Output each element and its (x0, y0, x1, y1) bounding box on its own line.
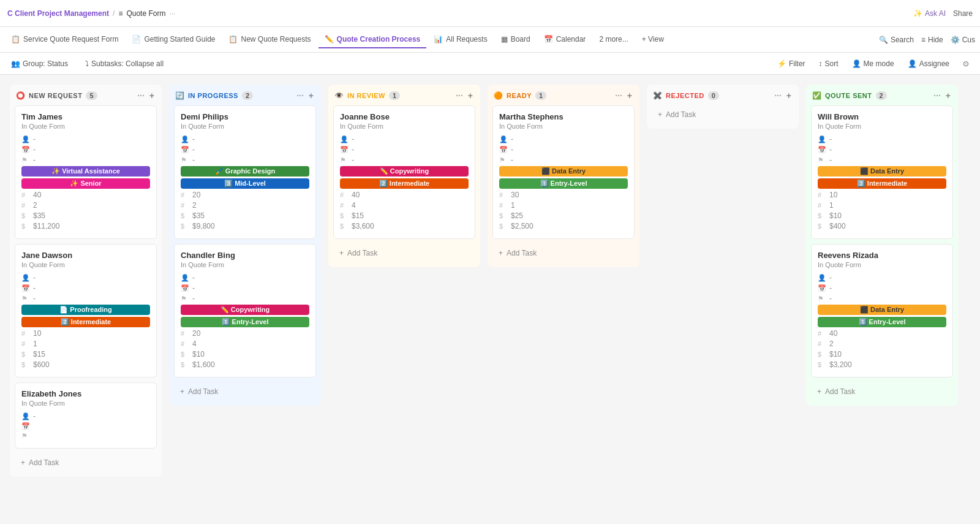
breadcrumb-client[interactable]: C Client Project Management (7, 9, 109, 18)
col-actions-in-review[interactable]: ···+ (456, 91, 474, 101)
badge-tim-james: ✨ Virtual Assistance (21, 166, 150, 177)
card-price1-tim-james: $$35 (21, 211, 150, 220)
tab-add-view[interactable]: + View (636, 31, 670, 48)
col-label-in-review: IN REVIEW (347, 92, 385, 99)
card-flag-demi-philips: ⚑- (181, 156, 309, 164)
add-task-quote-sent[interactable]: +Add Task (811, 382, 953, 401)
tab-quote-creation[interactable]: ✏️ Quote Creation Process (318, 31, 427, 48)
col-label-in-progress: IN PROGRESS (188, 92, 238, 99)
tab-all-requests[interactable]: 📊 All Requests (428, 31, 493, 48)
card-num1-demi-philips: #20 (181, 191, 309, 199)
hash-icon2: # (499, 202, 508, 209)
tab-board[interactable]: ▦ Board (495, 31, 537, 48)
tab-calendar-label: Calendar (556, 35, 586, 44)
dollar-icon: $ (21, 351, 30, 358)
options-button[interactable]: ⊙ (959, 58, 973, 70)
dollar-icon2: $ (21, 222, 30, 230)
assignee-button[interactable]: 👤 Assignee (904, 58, 953, 70)
tab-service[interactable]: 📋 Service Quote Request Form (5, 31, 124, 48)
tab-calendar[interactable]: 📅 Calendar (538, 31, 592, 48)
card-elizabeth-jones[interactable]: Elizabeth JonesIn Quote Form👤-📅⚑ (15, 382, 157, 449)
tab-board-icon: ▦ (501, 35, 508, 44)
assignee-icon: 👤 (181, 274, 189, 282)
share-button[interactable]: Share (953, 9, 973, 18)
col-actions-new-request[interactable]: ···+ (137, 91, 156, 101)
hash-icon: # (21, 330, 30, 337)
col-status-icon-new-request: ⭕ (16, 91, 25, 100)
card-date-chandler-bing: 📅- (181, 284, 309, 292)
card-reevens-rizada[interactable]: Reevens RizadaIn Quote Form👤-📅-⚑-⬛ Data … (811, 244, 953, 378)
add-task-in-progress[interactable]: +Add Task (174, 382, 316, 401)
col-count-in-review: 1 (389, 91, 400, 100)
card-demi-philips[interactable]: Demi PhilipsIn Quote Form👤-📅-⚑-🖌️ Graphi… (174, 105, 316, 239)
plus-icon[interactable]: + (148, 91, 156, 101)
dots-icon[interactable]: ··· (296, 91, 304, 101)
hide-button[interactable]: ≡ Hide (921, 36, 943, 44)
calendar-icon: 📅 (818, 284, 826, 292)
group-status-button[interactable]: 👥 Group: Status (7, 58, 72, 70)
tab-more[interactable]: 2 more... (593, 31, 634, 48)
plus-icon[interactable]: + (626, 91, 633, 101)
col-actions-ready[interactable]: ···+ (615, 91, 633, 101)
dots-icon[interactable]: ··· (137, 91, 145, 101)
search-button[interactable]: 🔍 Search (879, 36, 914, 44)
card-date-tim-james: 📅- (21, 145, 150, 154)
add-task-new-request[interactable]: +Add Task (15, 454, 157, 472)
add-task-ready[interactable]: +Add Task (492, 244, 635, 262)
breadcrumb-more[interactable]: ··· (169, 9, 175, 18)
card-subtitle-tim-james: In Quote Form (21, 123, 150, 130)
add-task-in-review[interactable]: +Add Task (333, 244, 475, 262)
assignee-icon: 👤 (908, 59, 917, 68)
card-flag-reevens-rizada: ⚑- (818, 294, 946, 303)
assignee-icon: 👤 (340, 135, 349, 143)
calendar-icon: 📅 (340, 146, 349, 154)
subtasks-button[interactable]: ⤵ Subtasks: Collapse all (81, 58, 167, 70)
filter-icon: ⚡ (777, 59, 786, 68)
dollar-icon2: $ (818, 361, 826, 368)
hash-icon2: # (21, 202, 30, 209)
dots-icon[interactable]: ··· (615, 91, 622, 101)
dots-icon[interactable]: ··· (933, 91, 941, 101)
sort-button[interactable]: ↕ Sort (815, 58, 842, 70)
flag-icon: ⚑ (181, 295, 189, 303)
add-task-rejected[interactable]: +Add Task (652, 105, 794, 124)
hash-icon: # (340, 191, 349, 199)
card-joanne-bose[interactable]: Joanne BoseIn Quote Form👤-📅-⚑-✏️ Copywri… (333, 105, 475, 239)
column-in-progress: 🔄IN PROGRESS2···+Demi PhilipsIn Quote Fo… (169, 85, 321, 406)
badge-reevens-rizada: 1️⃣ Entry-Level (818, 317, 946, 327)
col-actions-quote-sent[interactable]: ···+ (933, 91, 952, 101)
plus-icon[interactable]: + (467, 91, 474, 101)
cus-button[interactable]: ⚙️ Cus (951, 36, 975, 44)
col-actions-rejected[interactable]: ···+ (774, 91, 793, 101)
plus-icon[interactable]: + (307, 91, 315, 101)
plus-icon[interactable]: + (785, 91, 793, 101)
dots-icon[interactable]: ··· (774, 91, 782, 101)
plus-icon[interactable]: + (944, 91, 952, 101)
dollar-icon: $ (181, 212, 189, 219)
badge-jane-dawson: 2️⃣ Intermediate (21, 317, 150, 327)
me-mode-button[interactable]: 👤 Me mode (848, 58, 898, 70)
card-will-brown[interactable]: Will BrownIn Quote Form👤-📅-⚑-⬛ Data Entr… (811, 105, 953, 239)
breadcrumb-form[interactable]: Quote Form (126, 9, 165, 18)
filter-button[interactable]: ⚡ Filter (774, 58, 809, 70)
dollar-icon2: $ (340, 222, 349, 230)
tab-getting-started[interactable]: 📄 Getting Started Guide (126, 31, 221, 48)
ask-ai-button[interactable]: ✨ Ask AI (913, 9, 946, 18)
dots-icon[interactable]: ··· (456, 91, 463, 101)
col-actions-in-progress[interactable]: ···+ (296, 91, 315, 101)
card-title-martha-stephens: Martha Stephens (499, 112, 628, 121)
tab-service-icon: 📋 (11, 35, 20, 44)
dollar-icon: $ (499, 212, 508, 219)
plus-icon: + (817, 387, 821, 396)
tab-new-quote[interactable]: 📋 New Quote Requests (222, 31, 317, 48)
card-chandler-bing[interactable]: Chandler BingIn Quote Form👤-📅-⚑-✏️ Copyw… (174, 244, 316, 378)
assignee-icon: 👤 (818, 274, 826, 282)
hash-icon: # (181, 191, 189, 199)
card-date-elizabeth-jones: 📅 (21, 422, 150, 430)
col-header-in-review: 👁️IN REVIEW1···+ (328, 85, 480, 105)
card-jane-dawson[interactable]: Jane DawsonIn Quote Form👤-📅-⚑-📄 Proofrea… (15, 244, 157, 378)
assignee-icon: 👤 (181, 135, 189, 143)
card-martha-stephens[interactable]: Martha StephensIn Quote Form👤-📅-⚑-⬛ Data… (492, 105, 635, 239)
calendar-icon: 📅 (181, 146, 189, 154)
card-tim-james[interactable]: Tim JamesIn Quote Form👤-📅-⚑-✨ Virtual As… (15, 105, 157, 239)
